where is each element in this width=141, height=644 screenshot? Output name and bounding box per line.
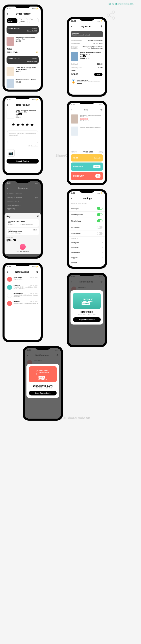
status-icons: ●●● ⚡ bbox=[96, 20, 102, 22]
page-title: Order History bbox=[8, 13, 38, 15]
product-row[interactable]: Men Maroon Solid Bomber Jacket - Men$12.… bbox=[5, 35, 41, 47]
status-icons: ●●● bbox=[35, 182, 38, 184]
coupon-item[interactable]: ⊙ 25Code: x 51 bbox=[71, 154, 103, 162]
payment-option[interactable]: Apple Pay bbox=[7, 208, 15, 210]
tab-order-placed[interactable]: Order Placed bbox=[7, 18, 18, 23]
share-icon[interactable]: ⇧ bbox=[100, 25, 102, 28]
coupon-item[interactable]: DISCOUNT5% bbox=[71, 172, 103, 180]
touch-id-icon[interactable] bbox=[20, 244, 26, 250]
apple-pay-logo: Pay bbox=[7, 215, 11, 218]
notification-item[interactable]: Sales AlertsJun 20, 2022biggest sales bbox=[5, 275, 41, 283]
toggle-on[interactable] bbox=[97, 219, 102, 222]
svg-point-2 bbox=[112, 17, 115, 19]
svg-line-3 bbox=[109, 13, 112, 15]
status-banner: DeliveredParcel is successfully delivere… bbox=[71, 31, 103, 37]
apply-button[interactable]: Apply bbox=[98, 151, 103, 153]
setting-about[interactable]: About Us› bbox=[69, 245, 105, 250]
setting-messages[interactable]: Messages bbox=[69, 205, 105, 212]
page-title: My Order bbox=[72, 25, 100, 28]
status-time: 6:20 bbox=[71, 192, 75, 194]
copy-promo-button[interactable]: Copy Promo Code bbox=[73, 317, 101, 322]
filter-icon[interactable]: ⚙ bbox=[36, 271, 38, 273]
setting-information[interactable]: Information› bbox=[69, 250, 105, 255]
star-rating[interactable]: ★ ★ ★ ★ ★ bbox=[5, 120, 41, 129]
setting-review[interactable]: Review› bbox=[69, 260, 105, 265]
delivery-method[interactable]: MethodDelivery to addressArrives in 5-7 … bbox=[7, 228, 39, 235]
tab-delivered[interactable]: Delivered bbox=[29, 18, 39, 23]
setting-order-updates[interactable]: Order Updates bbox=[69, 212, 105, 218]
toggle-off[interactable] bbox=[97, 232, 102, 235]
toggle-on[interactable] bbox=[97, 213, 102, 216]
setting-promotions[interactable]: Promotions bbox=[69, 224, 105, 230]
setting-instagram[interactable]: Instagram› bbox=[69, 240, 105, 245]
status-time: 6:20 bbox=[7, 182, 11, 184]
phone-bag-promo: 6:20●●● ‹Bag🛍 Men Brown Leather Analogue… bbox=[67, 101, 107, 185]
setting-sales-alerts[interactable]: Sales Alerts bbox=[69, 230, 105, 237]
modal-overlay[interactable]: DISCOUNT 5.0% DISCOUNT 5.0% Jun 14, 2022… bbox=[25, 348, 61, 419]
promo-sheet: RemovePromo CodeApply ⊙ 25Code: x 51 FRE… bbox=[69, 149, 105, 183]
total-value: $24.00 bbox=[71, 73, 78, 76]
review-textarea[interactable]: Would you like to write something about … bbox=[7, 131, 38, 143]
coupon-item[interactable]: FREESHIP100% bbox=[71, 163, 103, 171]
order-card[interactable]: Order Placed(1 item) Sat, Jun 25, 2022 bbox=[7, 26, 39, 34]
rate-button[interactable]: Rate bbox=[94, 73, 102, 76]
close-icon[interactable]: ✕ bbox=[37, 215, 39, 218]
order-card[interactable]: Order Placed(3 items) Sat, Jun 25, 2022 bbox=[7, 56, 39, 64]
submit-review-button[interactable]: Submit Review bbox=[7, 159, 39, 164]
product-row[interactable]: Women Blue Jeans - Women$21.99 bbox=[5, 77, 41, 90]
logo: ④ SHARECODE.vn bbox=[109, 3, 133, 6]
toggle-on[interactable] bbox=[97, 207, 102, 210]
paypal-icon: 💳 bbox=[36, 51, 38, 54]
chevron-right-icon: › bbox=[102, 262, 102, 264]
section-header: PUSH NOTIFICATIONS bbox=[69, 202, 105, 205]
svg-point-1 bbox=[107, 14, 110, 16]
status-icons: ●●● ⚡ bbox=[96, 192, 102, 194]
promo-badge: FREESHIP 100.0% bbox=[81, 297, 93, 306]
char-count: 100 characters bbox=[5, 145, 41, 147]
notification-item[interactable]: DiscountJun 14, 2022Discount 5.0% from 1… bbox=[5, 299, 41, 307]
phone-checkout: 6:20●●● ‹Checkout SHIPPING ADDRESS Deliv… bbox=[3, 179, 43, 259]
product-summary: T-shirt Stockholm Affordable Healthcare … bbox=[5, 108, 41, 120]
status-time: 6:22 bbox=[7, 8, 11, 10]
page-title: Rate Product bbox=[8, 104, 38, 106]
toggle-off[interactable] bbox=[97, 226, 102, 229]
promo-dates: Jun 14, 2022 - Jun 29, 2022 bbox=[29, 387, 57, 389]
svg-point-0 bbox=[112, 11, 115, 13]
promo-name: DISCOUNT 5.0% bbox=[29, 384, 57, 387]
section-label: PAYMENT METHOD bbox=[5, 199, 41, 204]
promo-name: FREESHIP bbox=[73, 311, 101, 314]
apple-pay-sheet: Pay✕ Simulated Card – AmEx1234Hoang Do, … bbox=[5, 213, 41, 254]
status-icons: ●●● ⚡ bbox=[32, 266, 38, 268]
status-icons: ●●● ⚡ bbox=[32, 99, 38, 101]
page-title: Notifications bbox=[8, 271, 36, 273]
phone-order-history: 6:22●●● ⚡ ‹Order History Order Placed On… bbox=[3, 5, 43, 92]
page-title: Settings bbox=[72, 197, 102, 200]
share-icon bbox=[106, 10, 116, 20]
notification-item[interactable]: New ArrivalsJun 14, 2022Women Pink & Whi… bbox=[5, 291, 41, 299]
chevron-right-icon: › bbox=[102, 242, 102, 244]
status-time: 6:22 bbox=[7, 99, 11, 101]
total-label: Total: bbox=[7, 48, 12, 50]
total-value: $12.99 (PAID) bbox=[7, 51, 18, 54]
copy-promo-button[interactable]: Copy Promo Code bbox=[29, 391, 57, 395]
status-icons: ●●● ⚡ bbox=[32, 8, 38, 10]
tab-ongoing[interactable]: On Going bbox=[19, 18, 28, 23]
product-row[interactable]: T-shirt Mysen Snoopy Puffer White - Wome… bbox=[5, 65, 41, 77]
chevron-right-icon: › bbox=[102, 257, 102, 259]
product-row[interactable]: Women Blue Printed Hooded Sweatshirt - .… bbox=[69, 50, 105, 62]
add-photo-button[interactable]: 📷 bbox=[7, 149, 15, 157]
page-title: Checkout bbox=[8, 187, 38, 189]
phone-settings: 6:20●●● ⚡ ‹Settings PUSH NOTIFICATIONS M… bbox=[67, 189, 107, 269]
remove-button[interactable]: Remove bbox=[71, 151, 77, 153]
status-time: 6:20 bbox=[7, 266, 11, 268]
promo-modal: DISCOUNT 5.0% DISCOUNT 5.0% Jun 14, 2022… bbox=[26, 364, 59, 398]
modal-overlay[interactable]: FREESHIP 100.0% FREESHIP Jun 15, 2022 - … bbox=[69, 275, 105, 345]
svg-line-4 bbox=[109, 16, 112, 18]
notification-item[interactable]: FreeshipJun 15, 2022Freeship 50.0% from … bbox=[5, 283, 41, 291]
phone-freeship-modal: 6:20●●● ‹Notifications⚙ Sales Alerts Fre… bbox=[67, 273, 107, 347]
payment-option[interactable]: Cash on Delivery bbox=[7, 205, 20, 206]
setting-new-arrivals[interactable]: New Arrivals bbox=[69, 218, 105, 224]
setting-support[interactable]: Support› bbox=[69, 255, 105, 260]
section-label: SHIPPING ADDRESS bbox=[5, 191, 41, 196]
card-info[interactable]: Simulated Card – AmEx1234Hoang Do, 29 ..… bbox=[7, 219, 39, 227]
